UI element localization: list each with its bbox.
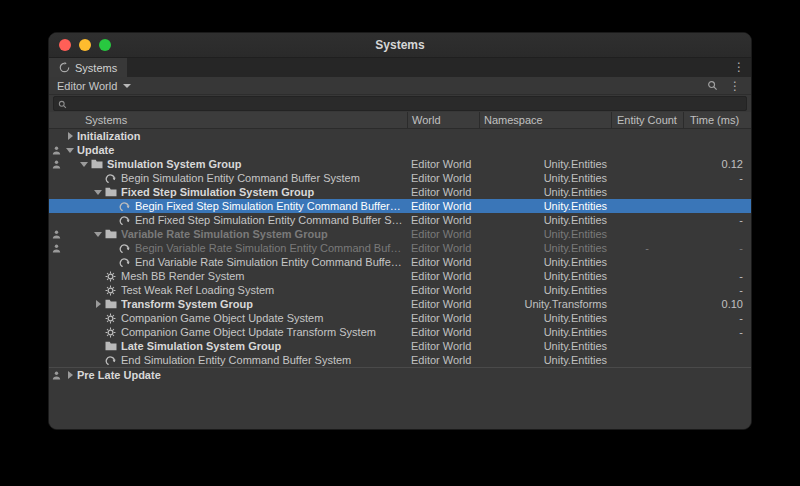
row-label: End Fixed Step Simulation Entity Command…: [135, 213, 407, 227]
row-label-area: End Variable Rate Simulation Entity Comm…: [49, 255, 407, 269]
row-world: Editor World: [407, 227, 479, 241]
row-label-area: Pre Late Update: [49, 368, 407, 382]
row-world: Editor World: [407, 185, 479, 199]
tree-row[interactable]: Begin Simulation Entity Command Buffer S…: [49, 171, 751, 185]
row-time: -: [683, 213, 751, 227]
tree-row[interactable]: Fixed Step Simulation System Group Edito…: [49, 185, 751, 199]
row-namespace: Unity.Entities: [479, 339, 611, 353]
world-dropdown[interactable]: Editor World: [53, 80, 135, 92]
row-label-area: Initialization: [49, 129, 407, 143]
row-namespace: Unity.Entities: [479, 269, 611, 283]
row-label-area: Begin Variable Rate Simulation Entity Co…: [49, 241, 407, 255]
row-namespace: Unity.Entities: [479, 227, 611, 241]
row-label-area: Companion Game Object Update Transform S…: [49, 325, 407, 339]
disclosure-triangle[interactable]: [63, 371, 77, 379]
row-label: Late Simulation System Group: [121, 339, 407, 353]
command-buffer-system-icon: [119, 257, 135, 268]
row-label-area: Companion Game Object Update System: [49, 311, 407, 325]
row-label: End Simulation Entity Command Buffer Sys…: [121, 353, 407, 367]
row-world: Editor World: [407, 325, 479, 339]
row-label: Begin Fixed Step Simulation Entity Comma…: [135, 199, 407, 213]
row-world: Editor World: [407, 157, 479, 171]
row-time: -: [683, 171, 751, 185]
tree-row[interactable]: Pre Late Update: [49, 367, 751, 381]
row-namespace: Unity.Transforms: [479, 297, 611, 311]
command-buffer-system-icon: [119, 243, 135, 254]
tree-row[interactable]: End Simulation Entity Command Buffer Sys…: [49, 353, 751, 367]
column-header-systems[interactable]: Systems: [49, 112, 407, 128]
tree-row[interactable]: Late Simulation System Group Editor Worl…: [49, 339, 751, 353]
tree-row[interactable]: End Variable Rate Simulation Entity Comm…: [49, 255, 751, 269]
row-namespace: Unity.Entities: [479, 311, 611, 325]
titlebar[interactable]: Systems: [49, 33, 751, 58]
disclosure-triangle[interactable]: [63, 132, 77, 140]
tree-row[interactable]: Mesh BB Render System Editor World Unity…: [49, 269, 751, 283]
column-header-namespace[interactable]: Namespace: [479, 112, 611, 128]
column-header-entity-count[interactable]: Entity Count: [611, 112, 683, 128]
row-namespace: Unity.Entities: [479, 325, 611, 339]
tree-row[interactable]: End Fixed Step Simulation Entity Command…: [49, 213, 751, 227]
toolbar-right: ⋮: [704, 77, 747, 95]
disclosure-triangle[interactable]: [91, 300, 105, 308]
tab-systems[interactable]: Systems: [49, 58, 127, 77]
toolbar: Editor World ⋮: [49, 77, 751, 95]
disclosure-triangle[interactable]: [91, 190, 105, 195]
search-input[interactable]: [71, 98, 742, 109]
row-world: Editor World: [407, 269, 479, 283]
row-world: Editor World: [407, 171, 479, 185]
row-label: Mesh BB Render System: [121, 269, 407, 283]
row-label-area: End Simulation Entity Command Buffer Sys…: [49, 353, 407, 367]
search-bar: [49, 95, 751, 112]
row-label-area: Begin Fixed Step Simulation Entity Comma…: [49, 199, 407, 213]
folder-icon: [91, 159, 107, 169]
tree-row[interactable]: Test Weak Ref Loading System Editor Worl…: [49, 283, 751, 297]
row-time: -: [683, 283, 751, 297]
tab-menu-icon[interactable]: ⋮: [727, 58, 751, 77]
tree-row[interactable]: Begin Variable Rate Simulation Entity Co…: [49, 241, 751, 255]
search-field[interactable]: [53, 96, 747, 111]
row-time: -: [683, 269, 751, 283]
row-world: Editor World: [407, 241, 479, 255]
tab-label: Systems: [75, 62, 117, 74]
row-label: Test Weak Ref Loading System: [121, 283, 407, 297]
column-header: Systems World Namespace Entity Count Tim…: [49, 112, 751, 129]
row-label: Variable Rate Simulation System Group: [121, 227, 407, 241]
disclosure-triangle[interactable]: [77, 162, 91, 167]
row-world: Editor World: [407, 311, 479, 325]
row-world: Editor World: [407, 297, 479, 311]
row-world: Editor World: [407, 255, 479, 269]
disclosure-triangle[interactable]: [63, 148, 77, 153]
tree-row[interactable]: Companion Game Object Update System Edit…: [49, 311, 751, 325]
row-world: Editor World: [407, 199, 479, 213]
gutter-marker-icon: [52, 370, 62, 380]
column-header-time[interactable]: Time (ms): [683, 112, 751, 128]
tree-row[interactable]: Variable Rate Simulation System Group Ed…: [49, 227, 751, 241]
tree-row[interactable]: Companion Game Object Update Transform S…: [49, 325, 751, 339]
row-namespace: Unity.Entities: [479, 353, 611, 367]
row-label-area: Mesh BB Render System: [49, 269, 407, 283]
row-label-area: Transform System Group: [49, 297, 407, 311]
row-namespace: Unity.Entities: [479, 241, 611, 255]
tree-row[interactable]: Begin Fixed Step Simulation Entity Comma…: [49, 199, 751, 213]
gutter-marker-icon: [52, 145, 62, 155]
folder-icon: [105, 299, 121, 309]
command-buffer-system-icon: [119, 201, 135, 212]
system-icon: [105, 271, 121, 282]
toolbar-menu-icon[interactable]: ⋮: [723, 77, 747, 95]
row-label: Pre Late Update: [77, 368, 407, 382]
row-label-area: Test Weak Ref Loading System: [49, 283, 407, 297]
tree-row[interactable]: Initialization: [49, 129, 751, 143]
system-icon: [105, 327, 121, 338]
systems-window: Systems Systems ⋮ Editor World ⋮: [48, 32, 752, 430]
tree-row[interactable]: Update: [49, 143, 751, 157]
tree-row[interactable]: Transform System Group Editor World Unit…: [49, 297, 751, 311]
disclosure-triangle[interactable]: [91, 232, 105, 237]
system-icon: [105, 285, 121, 296]
row-namespace: Unity.Entities: [479, 199, 611, 213]
column-header-world[interactable]: World: [407, 112, 479, 128]
search-icon[interactable]: [704, 80, 721, 91]
row-label-area: Begin Simulation Entity Command Buffer S…: [49, 171, 407, 185]
chevron-down-icon: [123, 84, 131, 88]
tree-row[interactable]: Simulation System Group Editor World Uni…: [49, 157, 751, 171]
row-world: Editor World: [407, 353, 479, 367]
